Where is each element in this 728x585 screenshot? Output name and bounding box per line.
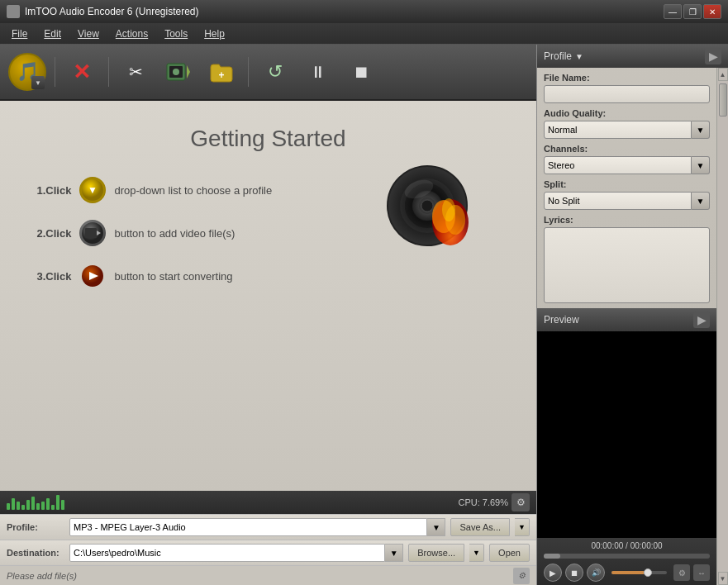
menu-view[interactable]: View [69, 26, 107, 41]
svg-point-3 [173, 69, 179, 75]
player-seekbar[interactable] [544, 554, 710, 559]
step1-desc: drop-down list to choose a profile [114, 184, 272, 197]
channels-select[interactable]: Stereo Mono Joint Stereo [544, 156, 692, 174]
title-bar: ImTOO Audio Encoder 6 (Unregistered) — ❐… [0, 0, 728, 23]
audio-quality-dropdown-arrow[interactable]: ▼ [692, 121, 710, 139]
svg-point-14 [421, 200, 433, 212]
scroll-thumb[interactable] [719, 83, 727, 117]
scroll-down-arrow[interactable]: ▼ [718, 572, 728, 585]
file-name-label: File Name: [544, 73, 710, 83]
audio-quality-field: Audio Quality: Normal High Low ▼ [544, 108, 710, 139]
player-seek-fill [544, 554, 560, 559]
getting-started-area: Getting Started 1.Click ▼ drop-d [0, 101, 536, 491]
cut-button[interactable]: ✂ [117, 54, 154, 90]
menu-bar: File Edit View Actions Tools Help [0, 23, 728, 45]
step3-desc: button to start converting [114, 270, 232, 283]
profile-header-label: Profile [544, 50, 572, 62]
destination-dropdown-arrow[interactable]: ▼ [385, 544, 403, 562]
close-button[interactable]: ✕ [703, 4, 721, 19]
save-as-button[interactable]: Save As... [450, 518, 510, 536]
status-bar: CPU: 7.69% ⚙ [0, 491, 536, 514]
step2-desc: button to add video file(s) [114, 227, 235, 240]
profile-label: Profile: [7, 522, 64, 532]
profile-fields: File Name: Audio Quality: Normal High Lo… [537, 68, 716, 308]
destination-input[interactable] [69, 544, 385, 562]
play-button[interactable]: ▶ [544, 564, 562, 582]
split-select[interactable]: No Split By Time By Size [544, 192, 692, 210]
channels-label: Channels: [544, 144, 710, 154]
lyrics-field: Lyrics: [544, 215, 710, 303]
profile-dropdown-button[interactable]: 🎵 ▼ [8, 53, 46, 91]
save-as-dropdown[interactable]: ▼ [515, 518, 530, 536]
open-button[interactable]: Open [489, 544, 530, 562]
destination-row: Destination: ▼ Browse... ▼ Open [0, 540, 536, 565]
channels-field: Channels: Stereo Mono Joint Stereo ▼ [544, 144, 710, 174]
volume-slider[interactable] [611, 571, 667, 574]
profile-header: Profile ▼ ▶ [537, 45, 728, 68]
gs-step-3: 3.Click button to start converting [37, 263, 483, 289]
menu-edit[interactable]: Edit [36, 26, 69, 41]
right-scrollbar[interactable]: ▲ ▼ [716, 68, 728, 585]
svg-marker-1 [187, 65, 190, 78]
refresh-button[interactable]: ↺ [257, 54, 293, 90]
player-extra-btn-1[interactable]: ⚙ [673, 564, 690, 581]
settings-icon-button[interactable]: ⚙ [512, 493, 530, 511]
step3-num: 3.Click [37, 270, 72, 283]
preview-label: Preview [544, 314, 579, 326]
app-icon [7, 5, 20, 18]
preview-section: Preview ▶ [537, 308, 716, 539]
volume-fill [611, 571, 645, 574]
stop-player-button[interactable]: ⏹ [565, 564, 583, 582]
destination-label: Destination: [7, 548, 64, 558]
preview-expand-button[interactable]: ▶ [693, 312, 710, 328]
audio-quality-select[interactable]: Normal High Low [544, 121, 692, 139]
gs-title: Getting Started [190, 126, 345, 152]
status-text: Please add file(s) [7, 571, 77, 581]
channels-dropdown-arrow[interactable]: ▼ [692, 156, 710, 174]
menu-help[interactable]: Help [196, 26, 233, 41]
svg-text:+: + [218, 69, 224, 81]
lyrics-label: Lyrics: [544, 215, 710, 225]
browse-button[interactable]: Browse... [408, 544, 464, 562]
player-extra-btn-2[interactable]: ↔ [693, 564, 710, 581]
add-video-icon [79, 220, 106, 246]
menu-tools[interactable]: Tools [156, 26, 196, 41]
profile-dropdown-chevron[interactable]: ▼ [575, 52, 583, 61]
restore-button[interactable]: ❐ [683, 4, 702, 19]
volume-button[interactable]: 🔊 [587, 564, 605, 582]
minimize-button[interactable]: — [664, 4, 682, 19]
split-field: Split: No Split By Time By Size ▼ [544, 179, 710, 210]
profile-icon: ▼ [79, 177, 106, 203]
step1-num: 1.Click [37, 184, 72, 197]
profile-expand-button[interactable]: ▶ [705, 48, 721, 64]
status-settings-button[interactable]: ⚙ [513, 568, 530, 584]
step2-num: 2.Click [37, 227, 72, 240]
browse-dropdown[interactable]: ▼ [469, 544, 484, 562]
split-label: Split: [544, 179, 710, 189]
stop-button[interactable]: ⏹ [343, 54, 379, 90]
menu-actions[interactable]: Actions [107, 26, 156, 41]
file-name-field: File Name: [544, 73, 710, 103]
add-folder-button[interactable]: + [203, 54, 240, 90]
file-name-input[interactable] [544, 85, 710, 103]
lyrics-textarea[interactable] [544, 227, 710, 303]
scroll-up-arrow[interactable]: ▲ [718, 68, 728, 81]
svg-rect-8 [85, 228, 97, 238]
disc-image [384, 160, 467, 243]
pause-button[interactable]: ⏸ [300, 54, 336, 90]
profile-dropdown-arrow[interactable]: ▼ [427, 518, 445, 536]
player-section: 00:00:00 / 00:00:00 ▶ ⏹ 🔊 ⚙ [537, 538, 716, 585]
split-dropdown-arrow[interactable]: ▼ [692, 192, 710, 210]
clear-button[interactable]: ✕ [64, 54, 100, 90]
add-video-button[interactable] [160, 54, 197, 90]
eq-visualizer [7, 495, 64, 510]
player-time: 00:00:00 / 00:00:00 [544, 541, 710, 550]
profile-row: Profile: ▼ Save As... ▼ [0, 514, 536, 540]
audio-quality-label: Audio Quality: [544, 108, 710, 118]
volume-thumb [644, 568, 652, 577]
menu-file[interactable]: File [3, 26, 36, 41]
cpu-usage: CPU: 7.69% [458, 497, 508, 507]
toolbar: 🎵 ▼ ✕ ✂ + [0, 45, 536, 101]
profile-input[interactable] [69, 518, 427, 536]
svg-text:▼: ▼ [88, 184, 98, 196]
